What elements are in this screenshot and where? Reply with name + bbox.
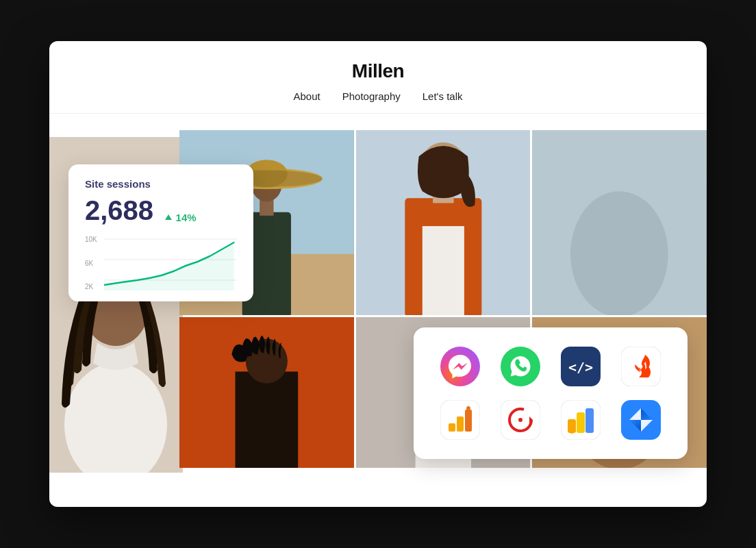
svg-rect-14 [422,226,464,315]
photo-cell-3 [532,130,707,315]
app-messenger[interactable] [436,347,485,386]
chart-label-10k: 10K [85,236,97,243]
svg-marker-31 [104,242,234,290]
arrow-up-icon [165,214,172,220]
svg-point-33 [501,347,540,386]
svg-rect-38 [449,423,455,432]
chart-label-6k: 6K [85,260,97,267]
svg-rect-50 [585,408,594,433]
app-acuity[interactable] [496,400,545,440]
svg-text:</>: </> [568,359,593,375]
photo-cell-2 [356,130,531,315]
chart-label-2k: 2K [85,283,97,290]
app-jira[interactable] [616,400,666,440]
chart-svg [104,236,237,290]
nav-about[interactable]: About [293,90,320,102]
chart-labels: 10K 6K 2K [85,236,100,290]
app-googleads[interactable] [556,400,605,440]
app-analytics[interactable] [436,400,485,440]
photo-cell-4 [179,317,354,468]
sessions-card: Site sessions 2,688 14% 10K 6K 2K [68,164,253,301]
apps-grid: </> [436,347,666,440]
svg-point-46 [518,418,522,422]
svg-rect-40 [465,410,472,432]
chart-area: 10K 6K 2K [85,236,237,290]
app-code[interactable]: </> [556,347,605,386]
nav-photography[interactable]: Photography [342,90,401,102]
browser-window: Millen About Photography Let's talk [49,41,707,507]
svg-point-32 [440,347,480,386]
svg-point-18 [570,191,668,315]
site-title: Millen [49,60,707,82]
svg-rect-36 [621,347,661,386]
svg-point-41 [466,406,470,410]
svg-rect-39 [457,416,464,432]
site-header: Millen About Photography Let's talk [49,41,707,114]
svg-rect-20 [235,371,298,468]
nav-lets-talk[interactable]: Let's talk [423,90,463,102]
sessions-change: 14% [165,212,197,223]
apps-card: </> [414,327,688,459]
app-hotjar[interactable] [616,347,666,386]
site-nav: About Photography Let's talk [49,90,707,102]
sessions-value: 2,688 [85,195,153,226]
sessions-change-percent: 14% [176,212,197,223]
app-whatsapp[interactable] [496,347,545,386]
svg-point-51 [568,427,575,434]
sessions-label: Site sessions [85,178,237,190]
svg-rect-49 [577,412,585,433]
